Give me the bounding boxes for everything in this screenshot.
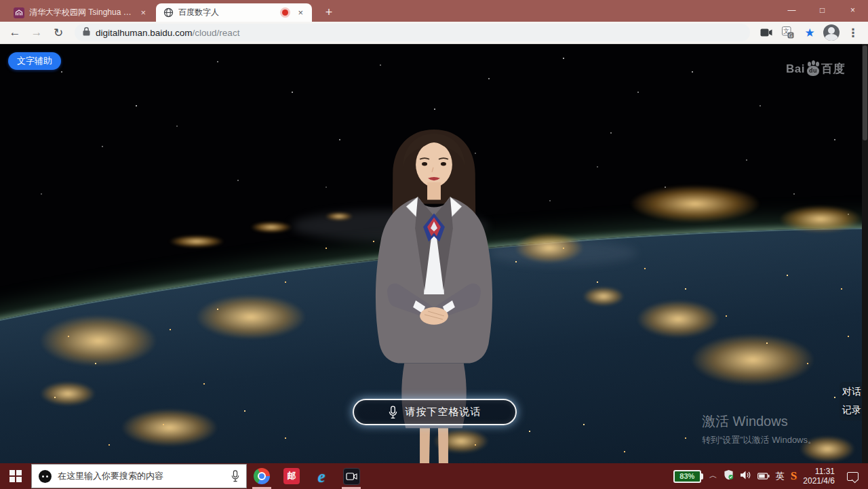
close-tab-icon[interactable]: × <box>296 7 305 18</box>
lock-icon <box>83 26 90 39</box>
watermark-subtitle: 转到“设置”以激活 Windows。 <box>702 434 816 446</box>
clock-time: 11:31 <box>803 467 835 476</box>
url-text: digitalhuman.baidu.com/cloud/react <box>96 28 239 38</box>
ie-taskbar-icon[interactable]: e <box>307 463 336 489</box>
city-lights <box>197 295 305 339</box>
city-lights <box>41 382 95 406</box>
camera-app-icon <box>343 468 360 485</box>
browser-titlebar: 清华大学校园网 Tsinghua Unive × 百度数字人 × + — □ × <box>0 0 868 22</box>
internet-explorer-icon: e <box>317 468 325 485</box>
svg-text:G: G <box>789 33 793 39</box>
start-button[interactable] <box>0 463 31 489</box>
defender-shield-icon[interactable] <box>724 469 734 483</box>
browser-menu-icon[interactable]: ⋮ <box>844 23 863 42</box>
city-lights <box>780 206 861 233</box>
scrollbar-thumb[interactable] <box>863 45 867 140</box>
digital-human-stage: 文字辅助 Bai du 百度 请按下空格说话 对话 记录 激活 Windows … <box>0 44 868 463</box>
back-icon[interactable]: ← <box>5 23 24 42</box>
page-scrollbar[interactable] <box>862 44 868 463</box>
tab-digital-human[interactable]: 百度数字人 × <box>156 3 312 22</box>
city-lights <box>41 315 156 366</box>
baidu-logo-du: du <box>806 67 821 74</box>
baidu-logo-cn: 百度 <box>821 61 845 77</box>
push-to-talk-button[interactable]: 请按下空格说话 <box>353 399 517 425</box>
maximize-button[interactable]: □ <box>807 0 837 20</box>
system-tray: 83% ︿ 英 S 11:31 2021/4/6 <box>673 463 868 489</box>
windows-logo-icon <box>9 470 22 482</box>
taskbar-apps: 邮 e <box>247 463 366 489</box>
city-lights <box>170 235 224 248</box>
activate-windows-watermark: 激活 Windows 转到“设置”以激活 Windows。 <box>702 412 816 446</box>
tab-title: 清华大学校园网 Tsinghua Unive <box>29 7 134 18</box>
battery-percent-label: 83% <box>673 470 701 483</box>
chrome-icon <box>254 468 270 484</box>
watermark-title: 激活 Windows <box>702 412 816 431</box>
city-lights <box>637 300 719 338</box>
profile-avatar[interactable] <box>822 23 841 42</box>
history-label: 记录 <box>842 404 861 416</box>
close-tab-icon[interactable]: × <box>138 7 148 18</box>
battery-nub <box>701 473 703 480</box>
tray-expand-icon[interactable]: ︿ <box>709 470 717 482</box>
clock-date: 2021/4/6 <box>803 476 835 486</box>
translate-icon[interactable]: 文G <box>778 23 797 42</box>
city-lights <box>583 287 624 306</box>
close-window-button[interactable]: × <box>837 0 868 20</box>
baidu-paw-icon: du <box>806 62 821 77</box>
search-mic-icon[interactable] <box>231 470 239 482</box>
new-tab-button[interactable]: + <box>320 3 338 21</box>
microphone-icon <box>389 406 397 419</box>
forward-icon[interactable]: → <box>27 23 46 42</box>
desktop-screen: 清华大学校园网 Tsinghua Unive × 百度数字人 × + — □ ×… <box>0 0 868 489</box>
input-language-indicator[interactable]: 英 <box>776 470 785 482</box>
city-lights <box>251 222 292 233</box>
address-bar[interactable]: digitalhuman.baidu.com/cloud/react <box>75 24 750 41</box>
reload-icon[interactable]: ↻ <box>49 23 68 42</box>
taskbar-clock[interactable]: 11:31 2021/4/6 <box>803 467 835 486</box>
volume-icon[interactable] <box>740 470 751 483</box>
browser-toolbar: ← → ↻ digitalhuman.baidu.com/cloud/react… <box>0 22 868 44</box>
mail-icon: 邮 <box>283 468 300 484</box>
text-assist-button[interactable]: 文字辅助 <box>8 52 61 70</box>
windows-taskbar: 在这里输入你要搜索的内容 邮 e 83% ︿ <box>0 463 868 489</box>
chrome-taskbar-icon[interactable] <box>247 463 277 489</box>
tab-tsinghua[interactable]: 清华大学校园网 Tsinghua Unive × <box>7 3 155 22</box>
city-lights <box>122 409 217 446</box>
globe-favicon-icon <box>163 7 174 18</box>
avatar-icon <box>823 24 840 41</box>
search-assistant-icon <box>39 470 52 483</box>
search-placeholder: 在这里输入你要搜索的内容 <box>58 470 225 482</box>
url-domain: digitalhuman.baidu.com <box>96 28 193 38</box>
battery-tray-icon[interactable] <box>757 470 770 482</box>
battery-percent-widget[interactable]: 83% <box>673 470 703 483</box>
dialog-label: 对话 <box>842 386 861 398</box>
taskbar-search-box[interactable]: 在这里输入你要搜索的内容 <box>31 464 247 488</box>
city-light-dots <box>0 44 1 45</box>
baidu-logo: Bai du 百度 <box>786 61 845 77</box>
window-controls: — □ × <box>776 0 868 20</box>
tab-camera-icon[interactable] <box>757 23 776 42</box>
bookmark-star-icon[interactable]: ★ <box>800 23 819 42</box>
baidu-logo-bai: Bai <box>786 62 805 76</box>
tsinghua-favicon-icon <box>14 7 24 18</box>
url-path: /cloud/react <box>193 28 240 38</box>
mail-taskbar-icon[interactable]: 邮 <box>277 463 307 489</box>
tab-title: 百度数字人 <box>178 7 277 18</box>
action-center-button[interactable] <box>841 472 864 481</box>
dialog-history-tab[interactable]: 对话 记录 <box>840 382 864 420</box>
notification-icon <box>847 472 859 481</box>
recording-indicator-icon <box>282 9 288 16</box>
minimize-button[interactable]: — <box>776 0 807 20</box>
city-lights <box>631 185 760 222</box>
push-to-talk-label: 请按下空格说话 <box>406 406 481 418</box>
camera-taskbar-icon[interactable] <box>336 463 366 489</box>
city-lights <box>692 334 814 385</box>
sogou-input-icon[interactable]: S <box>791 469 797 483</box>
